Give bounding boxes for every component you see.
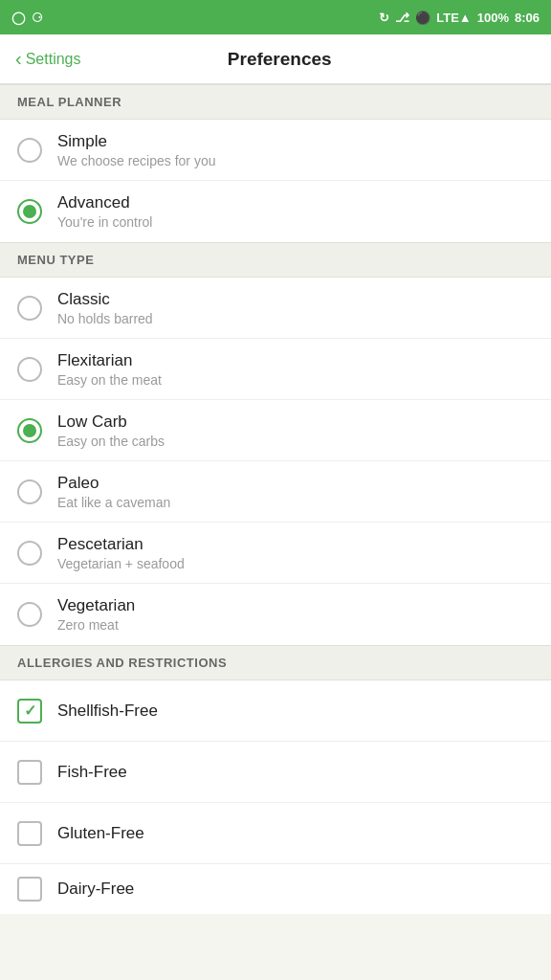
advanced-desc: You're in control xyxy=(57,214,534,230)
gluten-label: Gluten-Free xyxy=(57,824,534,843)
pescetarian-desc: Vegetarian + seafood xyxy=(57,556,534,571)
radio-pescetarian xyxy=(17,541,42,566)
status-left-icons: ◯ ⚆ xyxy=(11,11,43,25)
advanced-text: Advanced You're in control xyxy=(57,193,534,230)
allergy-dairy-free[interactable]: Dairy-Free xyxy=(0,864,551,914)
shellfish-label: Shellfish-Free xyxy=(57,702,534,721)
back-button[interactable]: ‹ Settings xyxy=(15,48,80,70)
nav-bar: ‹ Settings Preferences xyxy=(0,34,551,84)
flexitarian-label: Flexitarian xyxy=(57,351,534,370)
radio-inner-low-carb xyxy=(23,424,36,437)
paleo-text: Paleo Eat like a caveman xyxy=(57,474,534,510)
radio-vegetarian xyxy=(17,602,42,627)
classic-desc: No holds barred xyxy=(57,311,534,326)
shellfish-text: Shellfish-Free xyxy=(57,702,534,721)
back-label: Settings xyxy=(26,51,81,68)
allergy-shellfish-free[interactable]: ✓ Shellfish-Free xyxy=(0,680,551,742)
menu-flexitarian[interactable]: Flexitarian Easy on the meat xyxy=(0,339,551,400)
circle-icon: ◯ xyxy=(11,11,26,25)
image-icon: ⚆ xyxy=(32,11,43,25)
dairy-label: Dairy-Free xyxy=(57,880,534,899)
low-carb-label: Low Carb xyxy=(57,412,534,432)
fish-text: Fish-Free xyxy=(57,763,534,782)
menu-classic[interactable]: Classic No holds barred xyxy=(0,278,551,339)
vegetarian-desc: Zero meat xyxy=(57,617,534,633)
time-display: 8:06 xyxy=(515,11,540,25)
bluetooth-icon: ⎇ xyxy=(395,11,409,25)
fish-label: Fish-Free xyxy=(57,763,534,782)
checkbox-dairy xyxy=(17,877,42,902)
battery-level: 100% xyxy=(477,11,509,25)
checkbox-shellfish: ✓ xyxy=(17,699,42,724)
flexitarian-desc: Easy on the meat xyxy=(57,372,534,388)
menu-paleo[interactable]: Paleo Eat like a caveman xyxy=(0,461,551,523)
page-title: Preferences xyxy=(80,49,478,70)
allergies-section: ALLERGIES AND RESTRICTIONS ✓ Shellfish-F… xyxy=(0,645,551,914)
paleo-desc: Eat like a caveman xyxy=(57,495,534,510)
radio-classic xyxy=(17,296,42,321)
sync-icon: ↻ xyxy=(379,11,389,25)
allergy-fish-free[interactable]: Fish-Free xyxy=(0,742,551,803)
checkmark-shellfish: ✓ xyxy=(24,702,36,720)
menu-low-carb[interactable]: Low Carb Easy on the carbs xyxy=(0,400,551,461)
paleo-label: Paleo xyxy=(57,474,534,493)
content: MEAL PLANNER Simple We choose recipes fo… xyxy=(0,84,551,914)
classic-label: Classic xyxy=(57,290,534,309)
low-carb-text: Low Carb Easy on the carbs xyxy=(57,412,534,449)
dairy-text: Dairy-Free xyxy=(57,880,534,899)
radio-simple xyxy=(17,138,42,163)
vegetarian-text: Vegetarian Zero meat xyxy=(57,596,534,633)
menu-type-header: MENU TYPE xyxy=(0,242,551,278)
menu-type-section: MENU TYPE Classic No holds barred Flexit… xyxy=(0,242,551,645)
classic-text: Classic No holds barred xyxy=(57,290,534,326)
menu-vegetarian[interactable]: Vegetarian Zero meat xyxy=(0,584,551,645)
gluten-text: Gluten-Free xyxy=(57,824,534,843)
meal-planner-simple[interactable]: Simple We choose recipes for you xyxy=(0,120,551,181)
radio-low-carb xyxy=(17,418,42,443)
checkbox-gluten xyxy=(17,821,42,846)
vegetarian-label: Vegetarian xyxy=(57,596,534,615)
chevron-left-icon: ‹ xyxy=(15,48,22,70)
flexitarian-text: Flexitarian Easy on the meat xyxy=(57,351,534,388)
menu-pescetarian[interactable]: Pescetarian Vegetarian + seafood xyxy=(0,523,551,584)
radio-inner-advanced xyxy=(23,205,36,218)
pescetarian-label: Pescetarian xyxy=(57,535,534,554)
allergies-header: ALLERGIES AND RESTRICTIONS xyxy=(0,645,551,680)
meal-planner-advanced[interactable]: Advanced You're in control xyxy=(0,181,551,242)
radio-paleo xyxy=(17,479,42,504)
allergy-gluten-free[interactable]: Gluten-Free xyxy=(0,803,551,864)
simple-desc: We choose recipes for you xyxy=(57,153,534,168)
simple-label: Simple xyxy=(57,132,534,151)
checkbox-fish xyxy=(17,760,42,785)
status-right-icons: ↻ ⎇ ⚫ LTE▲ 100% 8:06 xyxy=(379,11,540,25)
meal-planner-section: MEAL PLANNER Simple We choose recipes fo… xyxy=(0,84,551,242)
simple-text: Simple We choose recipes for you xyxy=(57,132,534,168)
radio-advanced xyxy=(17,199,42,224)
signal-icon: LTE▲ xyxy=(436,11,471,25)
radio-flexitarian xyxy=(17,357,42,382)
pescetarian-text: Pescetarian Vegetarian + seafood xyxy=(57,535,534,571)
status-bar: ◯ ⚆ ↻ ⎇ ⚫ LTE▲ 100% 8:06 xyxy=(0,0,551,34)
advanced-label: Advanced xyxy=(57,193,534,212)
meal-planner-header: MEAL PLANNER xyxy=(0,84,551,120)
low-carb-desc: Easy on the carbs xyxy=(57,434,534,449)
bell-icon: ⚫ xyxy=(415,11,430,25)
